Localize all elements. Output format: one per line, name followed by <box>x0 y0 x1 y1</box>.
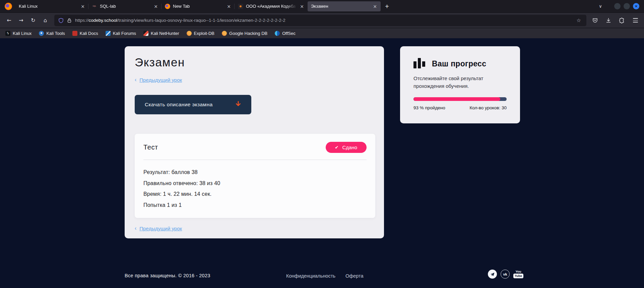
maximize-button[interactable] <box>624 3 630 9</box>
download-exam-description-button[interactable]: Скачать описание экзамна <box>135 95 251 114</box>
tab-title: SQL-lab <box>100 4 151 9</box>
test-result-card: Тест ✔ Сдано Результат: баллов 38 Правил… <box>135 134 375 218</box>
youtube-you-label: You <box>515 270 521 273</box>
url-text[interactable]: https://codeby.school/training/view/kurs… <box>75 18 572 23</box>
window-controls: × <box>614 3 639 9</box>
tab-ekzamen-active[interactable]: Экзамен × <box>308 1 381 11</box>
result-attempt: Попытка 1 из 1 <box>143 202 367 208</box>
list-all-tabs-chevron-icon[interactable]: ∨ <box>596 2 605 11</box>
download-icon <box>234 100 243 109</box>
youtube-tube-label: Tube <box>513 274 523 278</box>
tab-kali-linux[interactable]: Kali Linux × <box>15 1 88 11</box>
tab-bar: Kali Linux × SQL SQL-lab × New Tab × ООО… <box>0 0 644 13</box>
bookmark-label: Kali Docs <box>80 31 98 36</box>
tab-sql-lab[interactable]: SQL SQL-lab × <box>88 1 162 11</box>
downloads-icon[interactable] <box>603 15 614 26</box>
minimize-button[interactable] <box>614 3 621 9</box>
menu-hamburger-icon[interactable] <box>630 15 641 26</box>
tab-academy-codeby[interactable]: ООО «Академия Кодеба × <box>235 1 308 11</box>
bookmark-google-hacking-db[interactable]: Google Hacking DB <box>222 31 267 36</box>
bookmark-kali-nethunter[interactable]: Kali NetHunter <box>143 31 179 36</box>
firefox-icon[interactable] <box>5 3 12 10</box>
test-title: Тест <box>143 143 158 151</box>
extensions-puzzle-icon[interactable] <box>617 15 627 26</box>
url-path: /training/view/kurs-laquo-osnovy-linux-r… <box>117 18 285 23</box>
close-icon[interactable]: × <box>372 3 378 9</box>
google-hacking-db-icon <box>222 31 227 36</box>
tab-title: ООО «Академия Кодеба <box>246 4 297 9</box>
vk-label: vk <box>503 272 507 276</box>
pocket-icon[interactable] <box>590 15 600 26</box>
new-tab-button[interactable]: + <box>383 2 391 11</box>
footer-link-offer[interactable]: Оферта <box>345 273 364 279</box>
bookmark-kali-docs[interactable]: Kali Docs <box>72 31 98 36</box>
bookmark-star-icon[interactable]: ☆ <box>575 17 582 24</box>
check-icon: ✔ <box>335 145 339 150</box>
codeby-favicon-icon <box>238 4 243 9</box>
progress-bar-fill <box>413 97 500 101</box>
progress-card: Ваш прогресс Отслеживайте свой результат… <box>400 46 520 123</box>
vk-icon[interactable]: vk <box>501 270 510 279</box>
close-icon[interactable]: × <box>80 3 86 9</box>
kali-docs-icon <box>72 31 77 36</box>
window-close-button[interactable]: × <box>633 3 639 9</box>
url-bar[interactable]: https://codeby.school/training/view/kurs… <box>54 15 586 26</box>
tracking-protection-shield-icon[interactable] <box>58 18 64 23</box>
firefox-favicon-icon <box>165 4 170 9</box>
download-button-label: Скачать описание экзамна <box>145 102 213 108</box>
kali-forums-icon <box>106 31 111 36</box>
exam-card: Экзамен ‹ Предыдущий урок Скачать описан… <box>125 46 384 238</box>
previous-lesson-link-top[interactable]: ‹ Предыдущий урок <box>135 77 374 83</box>
bookmark-exploit-db[interactable]: Exploit-DB <box>187 31 214 36</box>
exploit-db-icon <box>187 31 192 36</box>
tab-title: Kali Linux <box>19 4 78 9</box>
bookmark-kali-tools[interactable]: Kali Tools <box>39 31 65 36</box>
bookmark-label: Kali Forums <box>113 31 136 36</box>
progress-title: Ваш прогресс <box>432 59 486 68</box>
footer-copyright: Все права защищены. © 2016 - 2023 <box>125 273 210 278</box>
chevron-left-icon: ‹ <box>135 77 136 83</box>
page-content: Экзамен ‹ Предыдущий урок Скачать описан… <box>0 38 644 288</box>
tab-new-tab[interactable]: New Tab × <box>162 1 235 11</box>
bookmark-offsec[interactable]: OffSec <box>275 31 296 36</box>
result-correct-answers: Правильно отвечено: 38 из 40 <box>143 180 367 186</box>
bookmarks-bar: ϟ Kali Linux Kali Tools Kali Docs Kali F… <box>0 28 644 38</box>
bookmark-label: Kali Tools <box>46 31 65 36</box>
result-time: Время: 1 ч. 22 мин. 14 сек. <box>143 191 367 197</box>
status-badge-label: Сдано <box>342 145 357 150</box>
forward-button[interactable]: → <box>15 15 27 26</box>
offsec-icon <box>275 31 280 36</box>
test-results: Результат: баллов 38 Правильно отвечено:… <box>143 169 367 208</box>
bookmark-label: Kali Linux <box>13 31 31 36</box>
footer-links: Конфиденциальность Оферта <box>286 273 364 279</box>
close-icon[interactable]: × <box>153 3 159 9</box>
home-button[interactable]: ⌂ <box>40 15 51 26</box>
previous-lesson-label: Предыдущий урок <box>139 226 182 231</box>
close-icon[interactable]: × <box>299 3 305 9</box>
bookmark-label: OffSec <box>282 31 296 36</box>
previous-lesson-link-bottom[interactable]: ‹ Предыдущий урок <box>135 225 374 231</box>
bookmark-kali-forums[interactable]: Kali Forums <box>106 31 136 36</box>
kali-tools-icon <box>39 31 44 36</box>
url-prefix: https:// <box>75 18 89 23</box>
navigation-toolbar: ← → ↻ ⌂ https://codeby.school/training/v… <box>0 13 644 28</box>
url-domain: codeby.school <box>89 18 117 23</box>
progress-description: Отслеживайте свой результат прохождения … <box>413 74 496 90</box>
footer-link-privacy[interactable]: Конфиденциальность <box>286 273 335 279</box>
back-button[interactable]: ← <box>3 15 15 26</box>
close-icon[interactable]: × <box>226 3 232 9</box>
tab-title: New Tab <box>173 4 224 9</box>
result-score: Результат: баллов 38 <box>143 169 367 175</box>
divider <box>143 160 367 160</box>
progress-percent-label: 93 % пройдено <box>413 105 445 110</box>
footer-socials: vk You Tube <box>488 270 523 279</box>
youtube-icon[interactable]: You Tube <box>513 270 523 278</box>
bookmark-kali-linux[interactable]: ϟ Kali Linux <box>5 31 31 36</box>
kali-nethunter-icon <box>143 31 148 36</box>
progress-bar <box>413 97 507 101</box>
sql-favicon-icon: SQL <box>92 4 97 9</box>
reload-button[interactable]: ↻ <box>27 15 39 26</box>
status-badge-passed: ✔ Сдано <box>326 142 367 153</box>
lock-icon[interactable] <box>67 18 72 23</box>
telegram-icon[interactable] <box>488 270 497 279</box>
